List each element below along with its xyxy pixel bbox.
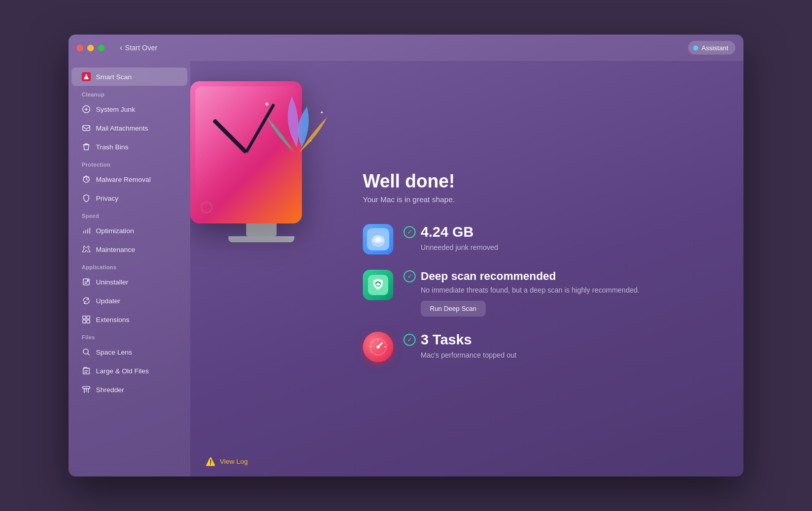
extensions-icon xyxy=(82,315,91,324)
disk-icon-wrap xyxy=(363,224,393,254)
deep-scan-title-row: ✓ Deep scan recommended xyxy=(403,270,713,283)
sidebar-item-maintenance-label: Maintenance xyxy=(96,246,135,253)
hour-hand xyxy=(213,119,248,154)
traffic-lights xyxy=(77,45,105,51)
close-button[interactable] xyxy=(77,45,83,51)
svg-rect-11 xyxy=(83,320,86,323)
sidebar-item-large-old-files[interactable]: Large & Old Files xyxy=(72,362,187,380)
sidebar-item-shredder-label: Shredder xyxy=(96,386,124,394)
svg-rect-2 xyxy=(83,125,90,131)
app-window: ‹ Start Over Assistant Smart Scan Cle xyxy=(69,35,743,476)
back-button[interactable]: ‹ Start Over xyxy=(120,43,157,52)
privacy-icon xyxy=(82,194,91,203)
junk-title-row: ✓ 4.24 GB xyxy=(403,224,713,240)
junk-check-icon: ✓ xyxy=(403,226,416,238)
assistant-dot-icon xyxy=(693,45,698,50)
svg-rect-12 xyxy=(87,320,90,323)
uninstaller-icon xyxy=(82,277,91,286)
svg-point-5 xyxy=(88,177,89,178)
junk-subtitle: Unneeded junk removed xyxy=(421,242,713,253)
subtitle-text: Your Mac is in great shape. xyxy=(363,195,713,204)
sidebar-section-speed: Speed xyxy=(69,208,190,221)
sidebar-item-extensions-label: Extensions xyxy=(96,316,129,324)
sidebar-item-system-junk-label: System Junk xyxy=(96,106,135,113)
result-card-junk: ✓ 4.24 GB Unneeded junk removed xyxy=(363,224,713,254)
sidebar-item-large-old-files-label: Large & Old Files xyxy=(96,367,149,375)
sidebar-section-cleanup: Cleanup xyxy=(69,86,190,100)
sidebar-item-mail-attachments[interactable]: Mail Attachments xyxy=(72,119,187,137)
plant-decoration: ✦ ✦ + + xyxy=(261,86,327,163)
gauge-icon-wrap xyxy=(363,332,393,362)
tasks-count: 3 Tasks xyxy=(421,332,472,348)
space-lens-icon xyxy=(82,347,91,357)
malware-removal-icon xyxy=(82,175,91,184)
warning-icon: ⚠️ xyxy=(206,457,216,466)
gauge-icon xyxy=(368,337,388,357)
sidebar-item-extensions[interactable]: Extensions xyxy=(72,310,187,329)
view-log-button[interactable]: ⚠️ View Log xyxy=(206,457,248,466)
svg-text:✦: ✦ xyxy=(320,110,324,115)
shield-icon-wrap xyxy=(363,270,393,300)
sidebar-item-malware-removal[interactable]: Malware Removal xyxy=(72,170,187,188)
tasks-check-icon: ✓ xyxy=(403,334,416,346)
shield-icon xyxy=(368,275,388,295)
junk-result-info: ✓ 4.24 GB Unneeded junk removed xyxy=(403,224,713,253)
back-button-label: Start Over xyxy=(125,44,157,52)
sidebar-item-optimization-label: Optimization xyxy=(96,227,134,235)
sidebar-item-maintenance[interactable]: Maintenance xyxy=(72,240,187,259)
sidebar-item-smart-scan[interactable]: Smart Scan xyxy=(72,68,187,86)
tasks-subtitle: Mac's performance topped out xyxy=(421,350,713,361)
deep-scan-result-info: ✓ Deep scan recommended No immediate thr… xyxy=(403,270,713,316)
sidebar-item-shredder[interactable]: Shredder xyxy=(72,380,187,399)
result-card-tasks: ✓ 3 Tasks Mac's performance topped out xyxy=(363,332,713,362)
sidebar-item-mail-attachments-label: Mail Attachments xyxy=(96,124,148,132)
disk-icon xyxy=(367,228,389,250)
sidebar-section-files: Files xyxy=(69,329,190,342)
svg-point-22 xyxy=(376,237,381,242)
sidebar: Smart Scan Cleanup System Junk xyxy=(69,61,190,476)
mac-base xyxy=(228,236,294,242)
run-deep-scan-button[interactable]: Run Deep Scan xyxy=(421,301,486,316)
view-log-label: View Log xyxy=(220,458,248,465)
junk-amount: 4.24 GB xyxy=(421,224,473,240)
svg-point-4 xyxy=(84,177,85,178)
sidebar-item-privacy[interactable]: Privacy xyxy=(72,189,187,207)
right-panel: ✦ ✦ + + Well done! Your Mac is in great … xyxy=(190,61,743,476)
sidebar-item-updater-label: Updater xyxy=(96,297,120,305)
sidebar-item-malware-removal-label: Malware Removal xyxy=(96,176,151,183)
smart-scan-icon xyxy=(82,72,91,81)
sidebar-item-uninstaller[interactable]: Uninstaller xyxy=(72,273,187,291)
sidebar-section-protection: Protection xyxy=(69,156,190,170)
mail-attachments-icon xyxy=(82,123,91,133)
sidebar-item-space-lens-label: Space Lens xyxy=(96,348,132,356)
svg-rect-10 xyxy=(87,316,90,319)
maximize-button[interactable] xyxy=(98,45,105,51)
svg-text:✦: ✦ xyxy=(264,100,270,108)
assistant-label: Assistant xyxy=(701,44,728,52)
sidebar-item-trash-bins-label: Trash Bins xyxy=(96,143,128,151)
optimization-icon xyxy=(82,226,91,235)
sidebar-item-space-lens[interactable]: Space Lens xyxy=(72,343,187,361)
sidebar-item-system-junk[interactable]: System Junk xyxy=(72,100,187,118)
deep-scan-check-icon: ✓ xyxy=(403,270,416,282)
sidebar-item-updater[interactable]: Updater xyxy=(72,292,187,310)
deep-scan-title: Deep scan recommended xyxy=(421,270,556,283)
well-done-heading: Well done! xyxy=(363,171,713,192)
svg-point-26 xyxy=(377,345,380,348)
deep-scan-subtitle: No immediate threats found, but a deep s… xyxy=(421,285,713,296)
sidebar-item-trash-bins[interactable]: Trash Bins xyxy=(72,138,187,156)
sidebar-item-privacy-label: Privacy xyxy=(96,195,118,202)
title-bar: ‹ Start Over Assistant xyxy=(69,35,743,61)
sidebar-item-optimization[interactable]: Optimization xyxy=(72,221,187,240)
svg-point-6 xyxy=(86,176,87,177)
system-junk-icon xyxy=(82,105,91,114)
svg-text:+: + xyxy=(310,139,312,143)
svg-text:+: + xyxy=(272,123,274,128)
screen-decoration xyxy=(200,201,213,213)
sidebar-item-smart-scan-label: Smart Scan xyxy=(96,73,132,81)
large-old-files-icon xyxy=(82,366,91,375)
shredder-icon xyxy=(82,385,91,394)
assistant-button[interactable]: Assistant xyxy=(688,41,735,55)
minimize-button[interactable] xyxy=(87,45,94,51)
sidebar-item-uninstaller-label: Uninstaller xyxy=(96,278,128,286)
